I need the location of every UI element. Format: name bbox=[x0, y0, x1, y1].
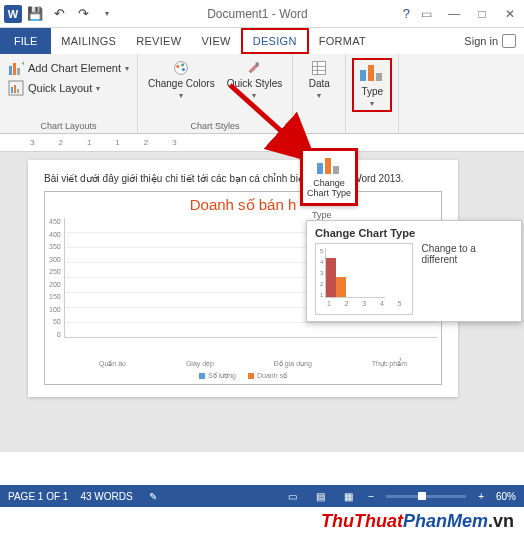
svg-rect-0 bbox=[9, 66, 12, 75]
change-chart-type-button[interactable]: Change Chart Type bbox=[300, 148, 358, 206]
chevron-down-icon: ▾ bbox=[179, 91, 183, 100]
tooltip-preview-chart: 54321 12345 bbox=[315, 243, 413, 315]
tab-format[interactable]: FORMAT bbox=[309, 28, 376, 54]
undo-button[interactable]: ↶ bbox=[48, 3, 70, 25]
window-title: Document1 - Word bbox=[118, 7, 397, 21]
paintbrush-icon bbox=[246, 60, 262, 76]
status-bar: PAGE 1 OF 1 43 WORDS ✎ ▭ ▤ ▦ − + 60% bbox=[0, 485, 524, 507]
svg-rect-22 bbox=[325, 158, 331, 174]
bars-icon bbox=[359, 62, 385, 84]
watermark-part-1: ThuThuat bbox=[321, 511, 403, 532]
svg-point-11 bbox=[182, 68, 185, 71]
save-button[interactable]: 💾 bbox=[24, 3, 46, 25]
web-layout-icon[interactable]: ▦ bbox=[340, 488, 356, 504]
palette-icon bbox=[173, 60, 189, 76]
legend-item: Số lượng bbox=[199, 372, 236, 380]
svg-rect-23 bbox=[333, 166, 339, 174]
page-indicator[interactable]: PAGE 1 OF 1 bbox=[8, 491, 68, 502]
chart-element-icon: + bbox=[8, 60, 24, 76]
svg-point-10 bbox=[181, 63, 184, 66]
add-chart-element-button[interactable]: + Add Chart Element ▾ bbox=[6, 58, 131, 78]
bars-icon bbox=[316, 155, 342, 177]
spell-check-icon[interactable]: ✎ bbox=[145, 488, 161, 504]
word-count[interactable]: 43 WORDS bbox=[80, 491, 132, 502]
tab-design[interactable]: DESIGN bbox=[241, 28, 309, 54]
zoom-slider[interactable] bbox=[386, 495, 466, 498]
data-grid-icon bbox=[311, 60, 327, 76]
change-colors-label: Change Colors bbox=[148, 78, 215, 89]
qat-customize-dropdown[interactable]: ▾ bbox=[96, 3, 118, 25]
window-controls: ▭ — □ ✕ bbox=[416, 7, 520, 21]
svg-point-8 bbox=[175, 62, 188, 75]
chart-legend: Số lượngDoanh số bbox=[49, 372, 437, 380]
restore-button[interactable]: □ bbox=[472, 7, 492, 21]
tab-mailings[interactable]: MAILINGS bbox=[51, 28, 126, 54]
svg-rect-2 bbox=[17, 68, 20, 75]
redo-button[interactable]: ↷ bbox=[72, 3, 94, 25]
sign-in-button[interactable]: Sign in bbox=[456, 28, 524, 54]
svg-rect-5 bbox=[11, 87, 13, 93]
legend-item: Doanh số bbox=[248, 372, 287, 380]
tooltip-title: Change Chart Type bbox=[315, 227, 513, 239]
chart-title: Doanh số bán h bbox=[49, 196, 437, 214]
user-icon bbox=[502, 34, 516, 48]
close-button[interactable]: ✕ bbox=[500, 7, 520, 21]
read-mode-icon[interactable]: ▭ bbox=[284, 488, 300, 504]
quick-layout-icon bbox=[8, 80, 24, 96]
type-group-label: Type bbox=[312, 210, 332, 220]
ribbon-tabs: FILE MAILINGS REVIEW VIEW DESIGN FORMAT … bbox=[0, 28, 524, 54]
watermark: ThuThuatPhanMem.vn bbox=[0, 507, 524, 535]
chart-x-axis: Quần áoGiày dépĐồ gia dụngThực phẩm bbox=[49, 360, 437, 368]
svg-line-20 bbox=[230, 85, 310, 157]
quick-layout-label: Quick Layout bbox=[28, 82, 92, 94]
minimize-button[interactable]: — bbox=[444, 7, 464, 21]
tab-file[interactable]: FILE bbox=[0, 28, 51, 54]
svg-text:+: + bbox=[21, 60, 24, 68]
type-label: Type bbox=[361, 86, 383, 97]
change-chart-type-label: Change Chart Type bbox=[305, 179, 353, 199]
svg-rect-18 bbox=[368, 65, 374, 81]
chevron-down-icon: ▾ bbox=[370, 99, 374, 108]
svg-rect-19 bbox=[376, 73, 382, 81]
sign-in-label: Sign in bbox=[464, 35, 498, 47]
quick-layout-button[interactable]: Quick Layout ▾ bbox=[6, 78, 131, 98]
add-chart-element-label: Add Chart Element bbox=[28, 62, 121, 74]
word-app-icon: W bbox=[4, 5, 22, 23]
watermark-part-2: PhanMem bbox=[403, 511, 488, 532]
group-label-chart-layouts: Chart Layouts bbox=[6, 119, 131, 131]
ribbon-display-options[interactable]: ▭ bbox=[416, 7, 436, 21]
print-layout-icon[interactable]: ▤ bbox=[312, 488, 328, 504]
zoom-level[interactable]: 60% bbox=[496, 491, 516, 502]
svg-rect-17 bbox=[360, 70, 366, 81]
tab-review[interactable]: REVIEW bbox=[126, 28, 191, 54]
tooltip-change-chart-type: Change Chart Type 54321 12345 Change to … bbox=[306, 220, 522, 322]
svg-rect-6 bbox=[14, 85, 16, 93]
svg-rect-21 bbox=[317, 163, 323, 174]
title-bar: W 💾 ↶ ↷ ▾ Document1 - Word ? ▭ — □ ✕ bbox=[0, 0, 524, 28]
group-type: Type ▾ bbox=[346, 54, 399, 133]
chevron-down-icon: ▾ bbox=[96, 84, 100, 93]
svg-rect-1 bbox=[13, 63, 16, 75]
help-icon[interactable]: ? bbox=[397, 6, 416, 21]
chevron-down-icon: ▾ bbox=[125, 64, 129, 73]
svg-rect-13 bbox=[313, 62, 326, 75]
quick-access-toolbar: W 💾 ↶ ↷ ▾ bbox=[4, 3, 118, 25]
svg-point-9 bbox=[176, 65, 179, 68]
group-chart-layouts: + Add Chart Element ▾ Quick Layout ▾ Cha… bbox=[0, 54, 138, 133]
svg-rect-12 bbox=[256, 62, 259, 66]
chart-y-axis: 450400350300250200150100500 bbox=[49, 218, 64, 338]
zoom-out-button[interactable]: − bbox=[368, 491, 374, 502]
svg-rect-7 bbox=[17, 89, 19, 93]
tab-view[interactable]: VIEW bbox=[191, 28, 240, 54]
tooltip-text: Change to a different bbox=[421, 243, 513, 315]
watermark-part-3: .vn bbox=[488, 511, 514, 532]
zoom-in-button[interactable]: + bbox=[478, 491, 484, 502]
type-button[interactable]: Type ▾ bbox=[352, 58, 392, 112]
